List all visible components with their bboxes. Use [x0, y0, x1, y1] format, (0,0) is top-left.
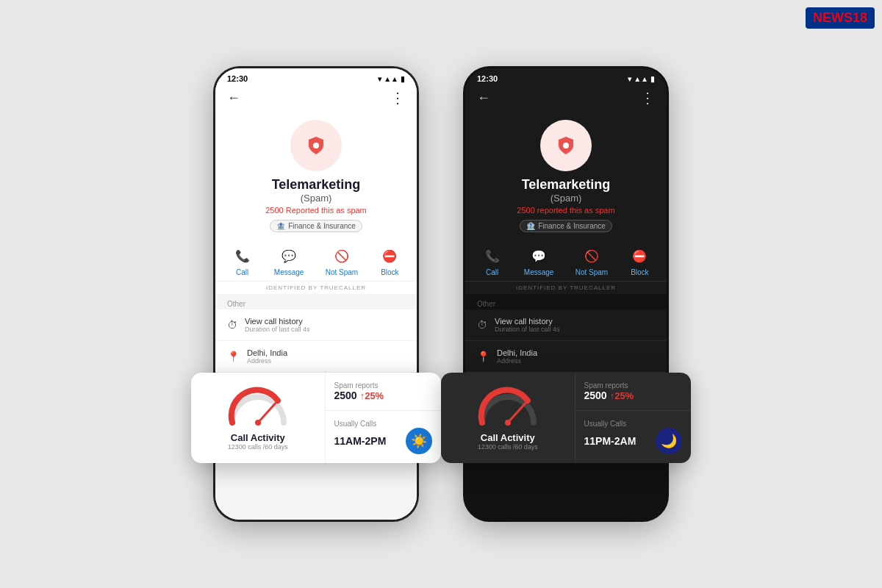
dark-floating-card: Call Activity 12300 calls /60 days Spam …: [441, 373, 691, 463]
light-floating-card: Call Activity 12300 calls /60 days Spam …: [191, 373, 441, 463]
dark-call-button[interactable]: 📞 Call: [482, 245, 503, 276]
dark-time-stat: Usually Calls 11PM-2AM 🌙: [576, 410, 692, 463]
gauge-svg-dark: [475, 386, 541, 426]
dark-more-button[interactable]: ⋮: [640, 89, 655, 107]
light-not-spam-label: Not Spam: [326, 268, 358, 276]
dark-wifi-icon: ▾: [628, 75, 631, 83]
dark-time-row: 11PM-2AM 🌙: [584, 428, 683, 454]
light-spam-stat: Spam reports 2500 ↑25%: [326, 373, 442, 410]
light-category-badge: 🏦 Finance & Insurance: [270, 220, 362, 232]
dark-block-label: Block: [631, 268, 648, 276]
battery-icon: ▮: [401, 75, 405, 83]
dark-call-duration-label: Duration of last call 4s: [495, 326, 560, 333]
dark-not-spam-icon: 🚫: [581, 245, 602, 266]
light-spam-number: 2500: [334, 390, 357, 401]
light-address-label: Address: [247, 357, 287, 365]
light-truecaller-tag: IDENTIFIED BY TRUECALLER: [215, 282, 417, 294]
dark-status-icons: ▾ ▲▲ ▮: [628, 75, 655, 83]
dark-message-label: Message: [524, 268, 554, 276]
light-nav-bar: ← ⋮: [215, 86, 417, 112]
dark-not-spam-button[interactable]: 🚫 Not Spam: [576, 245, 608, 276]
news18-badge: NEWS18: [806, 7, 875, 29]
light-card-left: Call Activity 12300 calls /60 days: [191, 373, 325, 463]
light-spam-trend: ↑25%: [360, 390, 384, 401]
dark-time: 12:30: [477, 74, 498, 83]
light-location-item[interactable]: 📍 Delhi, India Address: [215, 341, 417, 373]
dark-profile-section: Telemarketing (Spam) 2500 reported this …: [465, 112, 667, 238]
dark-avatar: [540, 120, 592, 171]
light-profile-section: Telemarketing (Spam) 2500 Reported this …: [215, 112, 417, 238]
dark-signal-icon: ▲▲: [634, 75, 648, 83]
light-action-buttons: 📞 Call 💬 Message 🚫 Not Spam ⛔ Block: [215, 238, 417, 282]
dark-other-label: Other: [465, 297, 667, 309]
light-call-duration-label: Duration of last call 4s: [245, 326, 310, 333]
light-spam-value: 2500 ↑25%: [334, 390, 433, 401]
light-category-label: Finance & Insurance: [288, 222, 356, 230]
dark-history-icon: ⏱: [477, 319, 487, 331]
dark-status-bar: 12:30 ▾ ▲▲ ▮: [465, 68, 667, 86]
bank-icon: 🏦: [276, 222, 285, 230]
location-icon: 📍: [227, 351, 240, 362]
block-icon: ⛔: [379, 245, 400, 266]
light-usually-calls-label: Usually Calls: [334, 420, 433, 428]
light-call-history-label: View call history: [245, 317, 310, 326]
light-other-label: Other: [215, 297, 417, 309]
light-message-label: Message: [274, 268, 304, 276]
dark-contact-name: Telemarketing: [522, 177, 611, 193]
dark-back-button[interactable]: ←: [477, 90, 490, 106]
light-status-icons: ▾ ▲▲ ▮: [378, 75, 405, 83]
dark-shield-icon: [553, 132, 579, 159]
dark-calls-label: 12300 calls /60 days: [478, 443, 538, 451]
day-icon: ☀️: [406, 428, 432, 454]
light-block-button[interactable]: ⛔ Block: [379, 245, 400, 276]
dark-spam-report: 2500 reported this as spam: [517, 206, 614, 215]
light-message-button[interactable]: 💬 Message: [274, 245, 304, 276]
dark-usually-calls-label: Usually Calls: [584, 420, 683, 428]
light-not-spam-button[interactable]: 🚫 Not Spam: [326, 245, 358, 276]
dark-call-history-label: View call history: [495, 317, 560, 326]
light-contact-name: Telemarketing: [272, 177, 361, 193]
dark-activity-label: Call Activity: [481, 432, 535, 443]
dark-block-button[interactable]: ⛔ Block: [629, 245, 650, 276]
dark-spam-reports-label: Spam reports: [584, 381, 683, 390]
svg-line-4: [258, 401, 278, 423]
light-status-bar: 12:30 ▾ ▲▲ ▮: [215, 68, 417, 86]
light-time-stat: Usually Calls 11AM-2PM ☀️: [326, 410, 442, 463]
dark-spam-trend: ↑25%: [610, 390, 634, 401]
dark-card-right: Spam reports 2500 ↑25% Usually Calls 11P…: [576, 373, 692, 463]
wifi-icon: ▾: [378, 75, 381, 83]
light-back-button[interactable]: ←: [227, 90, 240, 106]
dark-spam-number: 2500: [584, 390, 607, 401]
dark-message-button[interactable]: 💬 Message: [524, 245, 554, 276]
shield-icon: [303, 132, 329, 159]
light-spam-reports-label: Spam reports: [334, 381, 433, 390]
dark-card-left: Call Activity 12300 calls /60 days: [441, 373, 575, 463]
light-activity-label: Call Activity: [231, 432, 285, 443]
signal-icon: ▲▲: [384, 75, 398, 83]
dark-action-buttons: 📞 Call 💬 Message 🚫 Not Spam ⛔ Block: [465, 238, 667, 282]
history-icon: ⏱: [227, 319, 237, 331]
dark-call-history-item[interactable]: ⏱ View call history Duration of last cal…: [465, 309, 667, 341]
light-call-history-item[interactable]: ⏱ View call history Duration of last cal…: [215, 309, 417, 341]
news18-label2: 18: [853, 10, 867, 25]
night-icon: 🌙: [656, 428, 682, 454]
dark-nav-bar: ← ⋮: [465, 86, 667, 112]
dark-location-icon: 📍: [477, 351, 490, 362]
light-gauge: [225, 386, 291, 426]
dark-spam-sub: (Spam): [551, 193, 582, 204]
light-time-value: 11AM-2PM: [334, 435, 387, 447]
light-call-label: Call: [236, 268, 248, 276]
dark-not-spam-label: Not Spam: [576, 268, 608, 276]
dark-message-icon: 💬: [528, 245, 549, 266]
light-more-button[interactable]: ⋮: [390, 89, 405, 107]
light-card-right: Spam reports 2500 ↑25% Usually Calls 11A…: [326, 373, 442, 463]
dark-location-item[interactable]: 📍 Delhi, India Address: [465, 341, 667, 373]
light-avatar: [290, 120, 342, 171]
dark-gauge: [475, 386, 541, 426]
dark-spam-value: 2500 ↑25%: [584, 390, 683, 401]
dark-category-label: Finance & Insurance: [538, 222, 606, 230]
light-call-button[interactable]: 📞 Call: [232, 245, 253, 276]
dark-call-icon: 📞: [482, 245, 503, 266]
dark-spam-stat: Spam reports 2500 ↑25%: [576, 373, 692, 410]
dark-time-value: 11PM-2AM: [584, 435, 637, 447]
